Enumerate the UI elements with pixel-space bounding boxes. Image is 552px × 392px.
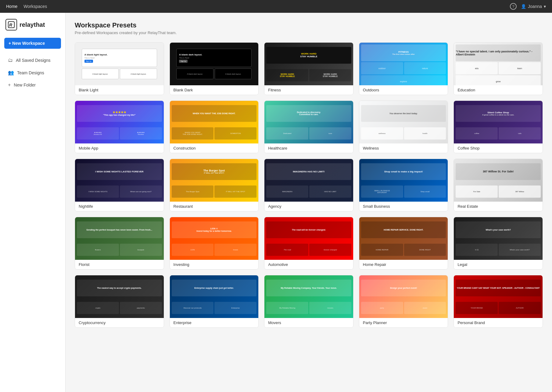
sidebar: R relaythat + New Workspace 🗂 All Saved … (0, 13, 66, 392)
preset-thumb-nightlife: I WISH SOME NIGHTS LASTED FOREVER I WISH… (75, 159, 164, 202)
plus-icon: + (8, 82, 11, 88)
sidebar-item-all-saved[interactable]: 🗂 All Saved Designs (2, 55, 63, 66)
enterprise-visual: Enterprise supply chain just got better.… (170, 275, 259, 318)
preset-enterprise[interactable]: Enterprise supply chain just got better.… (170, 275, 259, 328)
sidebar-item-new-folder[interactable]: + New Folder (2, 79, 63, 91)
preset-small-business[interactable]: Shop small to make a big impact! SMALL B… (359, 159, 448, 211)
preset-thumb-blank-light: A blank light layout. This is Text2 Sign… (75, 43, 164, 85)
preset-thumb-construction: WHEN YOU WANT THE JOB DONE RIGHT. WHEN Y… (170, 101, 259, 143)
preset-florist[interactable]: Sending the perfect bouquet has never be… (75, 217, 164, 270)
preset-thumb-healthcare: Dedicated to discovery.Committed to care… (264, 101, 353, 143)
sidebar-item-team-designs[interactable]: 👥 Team Designs (2, 67, 63, 79)
preset-home-repair[interactable]: HOME REPAIR SERVICE. DONE RIGHT. HOME RE… (359, 217, 448, 270)
help-icon[interactable]: ? (510, 3, 517, 10)
preset-label-real-estate: Real Estate (454, 202, 543, 211)
preset-label-outdoors: Outdoors (359, 85, 448, 95)
restaurant-visual: The Burger Spot IT WILL HIT THE SPOT! Th… (170, 159, 259, 202)
topnav-left: Home Workspaces (6, 4, 504, 9)
preset-thumb-fitness: WORK HARD STAY HUMBLE WORK HARDSTAY HUMB… (264, 43, 353, 85)
preset-label-nightlife: Nightlife (75, 202, 164, 211)
nightlife-visual: I WISH SOME NIGHTS LASTED FOREVER I WISH… (75, 159, 164, 202)
preset-blank-light[interactable]: A blank light layout. This is Text2 Sign… (75, 42, 164, 95)
realestate-visual: 387 Willow St. For Sale! For Sale 387 Wi… (454, 159, 543, 202)
preset-healthcare[interactable]: Dedicated to discovery.Committed to care… (264, 101, 353, 153)
preset-label-blank-light: Blank Light (75, 85, 164, 95)
nav-workspaces[interactable]: Workspaces (23, 4, 47, 9)
preset-label-agency: Agency (264, 202, 353, 211)
legal-visual: What's your case worth? H ⚖ What's your … (454, 217, 543, 260)
personal-visual: YOUR BRAND CANT SAY WHAT YOUR NOT. SPEAK… (454, 275, 543, 318)
svg-text:R: R (9, 23, 13, 27)
preset-thumb-homerepair: HOME REPAIR SERVICE. DONE RIGHT. HOME RE… (359, 217, 448, 260)
chevron-down-icon: ▾ (544, 4, 546, 9)
user-name: Joanna (528, 4, 542, 9)
preset-label-legal: Legal (454, 260, 543, 269)
preset-thumb-enterprise: Enterprise supply chain just got better.… (170, 275, 259, 318)
preset-thumb-outdoors: FITNESS The first view comes after outdo… (359, 43, 448, 85)
folder-icon: 🗂 (8, 58, 13, 63)
preset-personal-brand[interactable]: YOUR BRAND CANT SAY WHAT YOUR NOT. SPEAK… (453, 275, 543, 328)
preset-label-personal-brand: Personal Brand (454, 318, 543, 327)
preset-construction[interactable]: WHEN YOU WANT THE JOB DONE RIGHT. WHEN Y… (170, 101, 259, 153)
preset-thumb-investing: LION ☆Invest today for a better tomorrow… (170, 217, 259, 260)
preset-education[interactable]: "I have no special talent. I am only pas… (453, 42, 543, 95)
blank-light-visual: A blank light layout. This is Text2 Sign… (75, 43, 164, 85)
preset-label-education: Education (454, 85, 543, 95)
preset-cryptocurrency[interactable]: The easiest way to accept crypto payment… (75, 275, 164, 328)
preset-thumb-florist: Sending the perfect bouquet has never be… (75, 217, 164, 260)
preset-coffee-shop[interactable]: Silent Coffee Shop A great coffee is a s… (453, 101, 543, 153)
preset-label-healthcare: Healthcare (264, 143, 353, 153)
preset-blank-dark[interactable]: A blank dark layout. This is Text2 Sign … (170, 42, 259, 95)
user-menu[interactable]: 👤 Joanna ▾ (521, 4, 546, 9)
new-workspace-button[interactable]: + New Workspace (4, 38, 61, 49)
crypto-visual: The easiest way to accept crypto payment… (75, 275, 164, 318)
preset-investing[interactable]: LION ☆Invest today for a better tomorrow… (170, 217, 259, 270)
main-content: Workspace Presets Pre-defined Workspaces… (66, 13, 552, 392)
preset-thumb-legal: What's your case worth? H ⚖ What's your … (454, 217, 543, 260)
sidebar-label-team: Team Designs (17, 70, 44, 75)
page-title: Workspace Presets (75, 21, 543, 29)
preset-agency[interactable]: IMAGINERA HAS NO LIMIT! IMAGINERA HAS NO… (264, 159, 353, 211)
preset-fitness[interactable]: WORK HARD STAY HUMBLE WORK HARDSTAY HUMB… (264, 42, 353, 95)
education-visual: "I have no special talent. I am only pas… (454, 43, 543, 85)
wellness-visual: You deserve the best today. wellness hea… (359, 101, 448, 143)
preset-thumb-smallbiz: Shop small to make a big impact! SMALL B… (359, 159, 448, 202)
logo-relay: relay (20, 21, 34, 28)
preset-label-party-planner: Party Planner (359, 318, 448, 327)
blank-light-sub-row: A blank light layout. A blank light layo… (82, 69, 157, 79)
preset-wellness[interactable]: You deserve the best today. wellness hea… (359, 101, 448, 153)
preset-label-cryptocurrency: Cryptocurrency (75, 318, 164, 327)
topnav-right: ? 👤 Joanna ▾ (510, 3, 546, 10)
preset-label-home-repair: Home Repair (359, 260, 448, 269)
logo-text: relaythat (20, 21, 45, 28)
preset-thumb-crypto: The easiest way to accept crypto payment… (75, 275, 164, 318)
preset-label-coffee-shop: Coffee Shop (454, 143, 543, 153)
smallbiz-visual: Shop small to make a big impact! SMALL B… (359, 159, 448, 202)
preset-automotive[interactable]: The road will be forever changed. The ro… (264, 217, 353, 270)
preset-label-fitness: Fitness (264, 85, 353, 95)
mobileapp-visual: ★★★★★ "This app has changed my life!" ★★… (75, 101, 164, 143)
preset-movers[interactable]: My Reliable Moving Company. Your friends… (264, 275, 353, 328)
partyplanner-visual: Design your perfect event! party event (359, 275, 448, 318)
preset-outdoors[interactable]: FITNESS The first view comes after outdo… (359, 42, 448, 95)
movers-visual: My Reliable Moving Company. Your friends… (264, 275, 353, 318)
preset-label-wellness: Wellness (359, 143, 448, 153)
preset-label-construction: Construction (170, 143, 259, 153)
healthcare-visual: Dedicated to discovery.Committed to care… (264, 101, 353, 143)
construction-visual: WHEN YOU WANT THE JOB DONE RIGHT. WHEN Y… (170, 101, 259, 143)
blank-dark-sub-row: A blank dark layout. A blank dark layout… (176, 69, 252, 79)
fitness-visual: WORK HARD STAY HUMBLE WORK HARDSTAY HUMB… (264, 43, 353, 85)
preset-thumb-personal: YOUR BRAND CANT SAY WHAT YOUR NOT. SPEAK… (454, 275, 543, 318)
preset-thumb-realestate: 387 Willow St. For Sale! For Sale 387 Wi… (454, 159, 543, 202)
preset-nightlife[interactable]: I WISH SOME NIGHTS LASTED FOREVER I WISH… (75, 159, 164, 211)
nav-home[interactable]: Home (6, 4, 17, 9)
logo-that: that (34, 21, 45, 28)
preset-real-estate[interactable]: 387 Willow St. For Sale! For Sale 387 Wi… (453, 159, 543, 211)
preset-legal[interactable]: What's your case worth? H ⚖ What's your … (453, 217, 543, 270)
preset-mobile-app[interactable]: ★★★★★ "This app has changed my life!" ★★… (75, 101, 164, 153)
preset-label-movers: Movers (264, 318, 353, 327)
preset-party-planner[interactable]: Design your perfect event! party event P… (359, 275, 448, 328)
preset-restaurant[interactable]: The Burger Spot IT WILL HIT THE SPOT! Th… (170, 159, 259, 211)
preset-thumb-automotive: The road will be forever changed. The ro… (264, 217, 353, 260)
sidebar-label-all-saved: All Saved Designs (16, 58, 51, 63)
